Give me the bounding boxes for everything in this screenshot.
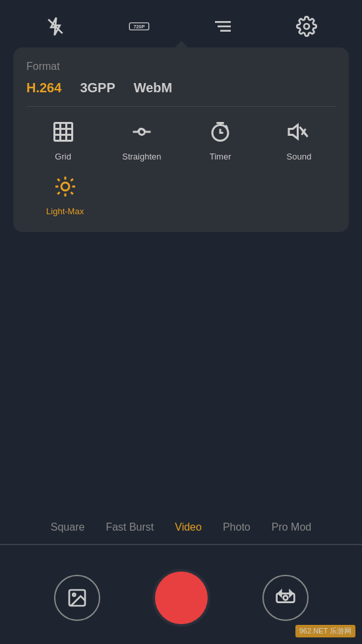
timer-label: Timer bbox=[210, 152, 231, 161]
svg-marker-16 bbox=[289, 125, 298, 139]
svg-line-19 bbox=[300, 127, 308, 137]
modes-bar: Square Fast Burst Video Photo Pro Mod bbox=[0, 516, 362, 545]
format-options: H.264 3GPP WebM bbox=[26, 80, 336, 96]
flip-camera-button[interactable] bbox=[262, 575, 309, 621]
record-button[interactable] bbox=[155, 571, 208, 624]
grid-icon bbox=[49, 117, 78, 146]
format-label: Format bbox=[26, 61, 336, 73]
mode-pro-mode[interactable]: Pro Mod bbox=[261, 516, 322, 539]
extras-grid: Light-Max bbox=[26, 172, 336, 216]
timer-icon bbox=[206, 117, 235, 146]
light-max-setting[interactable]: Light-Max bbox=[26, 172, 104, 216]
format-section: Format H.264 3GPP WebM bbox=[26, 61, 336, 96]
settings-grid: Grid Straighten bbox=[26, 117, 336, 161]
svg-point-6 bbox=[304, 24, 309, 29]
resolution-button[interactable]: 720P bbox=[125, 12, 154, 41]
format-h264[interactable]: H.264 bbox=[26, 80, 61, 96]
settings-dropdown: Format H.264 3GPP WebM Grid bbox=[13, 47, 349, 232]
straighten-icon bbox=[127, 117, 156, 146]
svg-line-23 bbox=[57, 179, 59, 181]
bottom-controls bbox=[0, 571, 362, 624]
grid-label: Grid bbox=[55, 152, 71, 161]
mode-video[interactable]: Video bbox=[164, 516, 212, 539]
divider bbox=[26, 106, 336, 107]
mode-fast-burst[interactable]: Fast Burst bbox=[95, 516, 164, 539]
svg-rect-7 bbox=[54, 123, 72, 141]
svg-point-31 bbox=[283, 596, 287, 600]
svg-point-30 bbox=[73, 593, 75, 596]
straighten-label: Straighten bbox=[122, 152, 161, 161]
flash-off-button[interactable] bbox=[41, 12, 70, 41]
gallery-button[interactable] bbox=[54, 575, 100, 621]
svg-text:720P: 720P bbox=[133, 24, 144, 30]
format-3gpp[interactable]: 3GPP bbox=[80, 80, 115, 96]
top-toolbar: 720P bbox=[0, 0, 362, 47]
svg-point-20 bbox=[61, 183, 69, 190]
svg-line-28 bbox=[71, 179, 73, 181]
sound-icon bbox=[284, 117, 313, 146]
light-max-label: Light-Max bbox=[46, 206, 84, 216]
straighten-setting[interactable]: Straighten bbox=[105, 117, 178, 161]
sound-label: Sound bbox=[287, 152, 312, 161]
sound-setting[interactable]: Sound bbox=[262, 117, 336, 161]
watermark: 962.NET 乐游网 bbox=[295, 625, 355, 637]
timer-setting[interactable]: Timer bbox=[184, 117, 257, 161]
svg-line-27 bbox=[57, 192, 59, 194]
mode-photo[interactable]: Photo bbox=[212, 516, 261, 539]
light-max-icon bbox=[51, 172, 80, 201]
mode-square[interactable]: Square bbox=[40, 516, 96, 539]
format-webm[interactable]: WebM bbox=[134, 80, 173, 96]
svg-line-24 bbox=[71, 192, 73, 194]
settings-button[interactable] bbox=[292, 12, 321, 41]
menu-button[interactable] bbox=[208, 12, 237, 41]
grid-setting[interactable]: Grid bbox=[26, 117, 100, 161]
